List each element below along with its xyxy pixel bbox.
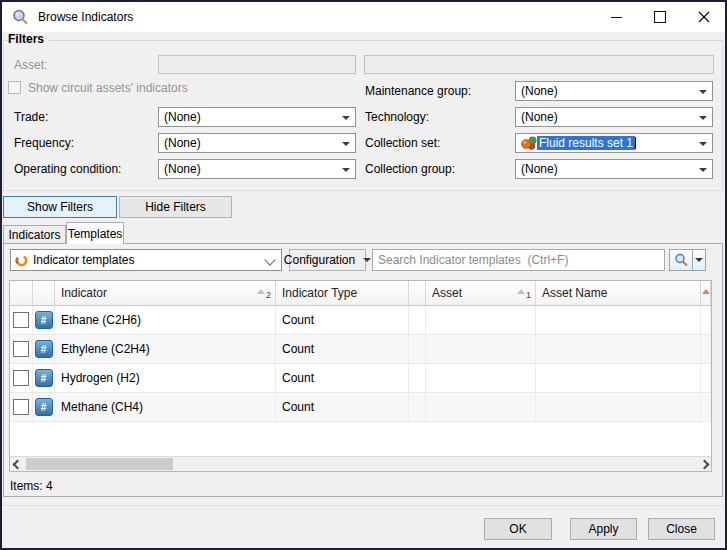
hide-filters-button[interactable]: Hide Filters (119, 196, 232, 218)
collection-set-value: Fluid results set 1 (537, 136, 635, 150)
numeric-indicator-icon: # (35, 311, 53, 329)
row-checkbox[interactable] (13, 341, 29, 357)
cell-asset-name (536, 335, 701, 363)
header-indicator-type[interactable]: Indicator Type (276, 281, 409, 305)
frequency-combobox[interactable]: (None) (158, 133, 356, 153)
cell-asset (426, 393, 536, 421)
chevron-down-icon (342, 116, 350, 120)
sort-ascending-icon: 2 (257, 287, 271, 300)
ok-button[interactable]: OK (484, 518, 552, 540)
chevron-down-icon (695, 258, 703, 262)
chevron-down-icon (342, 142, 350, 146)
maximize-icon (654, 11, 666, 23)
asset-label: Asset: (14, 58, 47, 72)
row-checkbox[interactable] (13, 312, 29, 328)
trade-combobox[interactable]: (None) (158, 107, 356, 127)
cell-indicator: Ethylene (C2H4) (55, 335, 276, 363)
cell-asset (426, 364, 536, 392)
cell-partial (701, 306, 711, 334)
tab-templates[interactable]: Templates (66, 222, 124, 244)
cell-spacer (409, 364, 426, 392)
cell-partial (701, 393, 711, 421)
table-row[interactable]: # Methane (CH4) Count (10, 393, 711, 422)
cell-asset-name (536, 364, 701, 392)
chevron-down-icon (699, 168, 707, 172)
cell-asset-name (536, 306, 701, 334)
cell-asset (426, 306, 536, 334)
operating-condition-value: (None) (164, 162, 201, 176)
close-button[interactable] (689, 5, 719, 29)
numeric-indicator-icon: # (35, 398, 53, 416)
asset-secondary-input (364, 55, 714, 74)
chevron-down-icon (342, 168, 350, 172)
numeric-indicator-icon: # (35, 340, 53, 358)
cell-indicator-type: Count (276, 364, 409, 392)
collection-group-label: Collection group: (365, 162, 455, 176)
view-selector-combobox[interactable]: Indicator templates (10, 249, 282, 271)
header-indicator-type-label: Indicator Type (282, 286, 357, 300)
header-partial-column (701, 281, 711, 305)
chevron-down-icon (699, 142, 707, 146)
collection-set-label: Collection set: (365, 136, 440, 150)
show-filters-button[interactable]: Show Filters (3, 196, 117, 218)
cell-asset (426, 335, 536, 363)
header-asset-label: Asset (432, 286, 462, 300)
frequency-value: (None) (164, 136, 201, 150)
configuration-button[interactable]: Configuration (289, 249, 366, 271)
search-options-button[interactable] (693, 250, 705, 270)
header-asset-name-label: Asset Name (542, 286, 607, 300)
table-row[interactable]: # Ethane (C2H6) Count (10, 306, 711, 335)
items-count-label: Items: 4 (10, 479, 53, 493)
table-row[interactable]: # Hydrogen (H2) Count (10, 364, 711, 393)
operating-condition-combobox[interactable]: (None) (158, 159, 356, 179)
sort-ascending-icon: 1 (517, 287, 531, 300)
browse-indicators-dialog: Browse Indicators Filters Asset: Show ci… (0, 0, 727, 550)
maintenance-group-value: (None) (521, 84, 558, 98)
maintenance-group-label: Maintenance group: (365, 84, 471, 98)
chevron-down-icon (264, 254, 275, 265)
collection-set-combobox[interactable]: Fluid results set 1 (515, 133, 713, 153)
search-button[interactable] (670, 250, 693, 270)
view-selector-value: Indicator templates (33, 253, 134, 267)
trade-value: (None) (164, 110, 201, 124)
sort-icon-partial (702, 287, 710, 294)
cell-spacer (409, 335, 426, 363)
chevron-down-icon (699, 116, 707, 120)
collection-group-combobox[interactable]: (None) (515, 159, 713, 179)
chevron-down-icon (363, 258, 371, 262)
header-asset-name[interactable]: Asset Name (536, 281, 701, 305)
close-icon (698, 11, 710, 23)
indicator-templates-table: Indicator 2 Indicator Type Asset 1 Asset… (9, 280, 712, 472)
technology-label: Technology: (365, 110, 429, 124)
scrollbar-thumb[interactable] (26, 458, 173, 470)
scroll-right-button[interactable] (697, 457, 711, 471)
search-input[interactable] (372, 249, 665, 271)
search-split-button (669, 249, 706, 271)
app-icon (12, 9, 28, 25)
header-indicator-label: Indicator (61, 286, 107, 300)
technology-combobox[interactable]: (None) (515, 107, 713, 127)
maintenance-group-combobox[interactable]: (None) (515, 81, 713, 101)
tab-indicators[interactable]: Indicators (3, 225, 66, 244)
header-indicator[interactable]: Indicator 2 (55, 281, 276, 305)
horizontal-scrollbar[interactable] (10, 456, 711, 471)
cell-asset-name (536, 393, 701, 421)
close-dialog-button[interactable]: Close (648, 518, 715, 540)
filters-group-title: Filters (8, 32, 49, 46)
header-icon-column (33, 281, 55, 305)
header-spacer-column (409, 281, 426, 305)
minimize-button[interactable] (601, 5, 631, 29)
header-asset[interactable]: Asset 1 (426, 281, 536, 305)
row-checkbox[interactable] (13, 370, 29, 386)
cell-indicator: Methane (CH4) (55, 393, 276, 421)
text-caret (635, 137, 636, 149)
apply-button[interactable]: Apply (570, 518, 637, 540)
maximize-button[interactable] (645, 5, 675, 29)
header-select-column (10, 281, 33, 305)
scroll-left-button[interactable] (10, 457, 24, 471)
row-checkbox[interactable] (13, 399, 29, 415)
cell-partial (701, 364, 711, 392)
table-row[interactable]: # Ethylene (C2H4) Count (10, 335, 711, 364)
cell-spacer (409, 393, 426, 421)
indicator-templates-icon (15, 254, 28, 267)
